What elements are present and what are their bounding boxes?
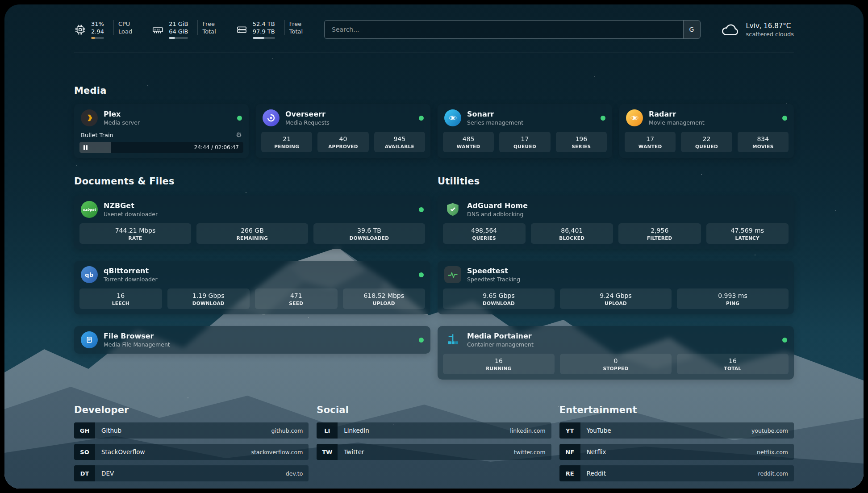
bookmark-reddit[interactable]: RE Reddit reddit.com bbox=[559, 465, 794, 481]
overseerr-app-link[interactable]: Overseerr Media Requests bbox=[256, 104, 430, 132]
cpu-load-value: 2.94 bbox=[91, 28, 104, 35]
bookmark-youtube[interactable]: YT YouTube youtube.com bbox=[559, 422, 794, 439]
app-desc: Usenet downloader bbox=[104, 211, 158, 217]
bookmark-url: github.com bbox=[271, 427, 303, 434]
adguard-app-link[interactable]: AdGuard Home DNS and adblocking bbox=[438, 196, 794, 223]
weather-condition: scattered clouds bbox=[746, 30, 794, 38]
developer-group-title: Developer bbox=[74, 405, 309, 415]
radarr-card: Radarr Movie management 17 WANTED 22 QUE… bbox=[619, 104, 794, 158]
radarr-texts: Radarr Movie management bbox=[649, 110, 705, 126]
disk-total-value: 97.9 TB bbox=[253, 28, 275, 35]
bookmark-group-developer: Developer GH Github github.com SO StackO… bbox=[74, 405, 309, 481]
bookmark-abbr: GH bbox=[74, 422, 95, 439]
portainer-app-link[interactable]: Media Portainer Container management bbox=[438, 326, 794, 354]
qbittorrent-icon: qb bbox=[81, 266, 98, 283]
status-dot-online bbox=[601, 116, 605, 121]
entertainment-group-title: Entertainment bbox=[559, 405, 794, 415]
entertainment-links: YT YouTube youtube.com NF Netflix netfli… bbox=[559, 422, 794, 481]
resource-widgets: 31% 2.94 CPU Load bbox=[74, 20, 303, 39]
filebrowser-card: File Browser Media File Management bbox=[74, 326, 430, 354]
pause-icon[interactable] bbox=[83, 145, 88, 150]
memory-free-value: 21 GiB bbox=[169, 20, 188, 28]
stat-wanted: 17 WANTED bbox=[625, 132, 676, 152]
bookmark-github[interactable]: GH Github github.com bbox=[74, 422, 309, 439]
weather-texts: Lviv, 16.87°C scattered clouds bbox=[746, 21, 794, 38]
stat-value: 2,956 bbox=[620, 227, 699, 234]
stat-rate: 744.21 Mbps RATE bbox=[79, 223, 191, 244]
stat-label: WANTED bbox=[445, 144, 492, 149]
middle-columns: Documents & Files nzbget NZBGet Usenet d… bbox=[74, 176, 794, 380]
bookmark-abbr: LI bbox=[317, 422, 338, 439]
stat-running: 16 RUNNING bbox=[443, 354, 555, 374]
gear-icon[interactable]: ⚙ bbox=[236, 132, 242, 138]
nzbget-app-link[interactable]: nzbget NZBGet Usenet downloader bbox=[74, 196, 430, 223]
stat-label: QUEUED bbox=[683, 144, 730, 149]
overseerr-texts: Overseerr Media Requests bbox=[285, 110, 330, 126]
stat-label: STOPPED bbox=[562, 366, 670, 371]
bookmark-name: DEV bbox=[101, 470, 114, 477]
status-dot-online bbox=[419, 207, 424, 212]
search-input[interactable] bbox=[325, 21, 683, 38]
bookmark-name: Netflix bbox=[587, 448, 606, 455]
sonarr-stats: 485 WANTED 17 QUEUED 196 SERIES bbox=[438, 132, 612, 158]
stat-available: 945 AVAILABLE bbox=[374, 132, 425, 152]
sonarr-app-link[interactable]: Sonarr Series management bbox=[438, 104, 612, 132]
bookmark-url: netflix.com bbox=[757, 449, 788, 455]
plex-app-link[interactable]: Plex Media server bbox=[74, 104, 249, 132]
stat-label: DOWNLOADED bbox=[315, 235, 423, 241]
disk-labels: Free Total bbox=[284, 20, 303, 35]
bookmark-url: stackoverflow.com bbox=[251, 449, 303, 455]
qbittorrent-app-link[interactable]: qb qBittorrent Torrent downloader bbox=[74, 261, 430, 288]
weather-widget: Lviv, 16.87°C scattered clouds bbox=[720, 21, 794, 38]
app-name: Sonarr bbox=[467, 110, 523, 118]
bookmark-linkedin[interactable]: LI LinkedIn linkedin.com bbox=[317, 422, 551, 439]
stat-value: 1.19 Gbps bbox=[169, 292, 248, 299]
stat-value: 16 bbox=[445, 357, 553, 364]
radarr-app-link[interactable]: Radarr Movie management bbox=[619, 104, 794, 132]
speedtest-card: Speedtest Speedtest Tracking 9.65 Gbps D… bbox=[438, 261, 794, 314]
bookmark-url: twitter.com bbox=[514, 449, 546, 455]
weather-location: Lviv, 16.87°C bbox=[746, 21, 794, 30]
adguard-icon bbox=[444, 201, 461, 218]
stat-upload: 9.24 Gbps UPLOAD bbox=[560, 288, 672, 309]
portainer-icon bbox=[444, 331, 461, 348]
stat-remaining: 266 GB REMAINING bbox=[196, 223, 308, 244]
bookmark-dev[interactable]: DT DEV dev.to bbox=[74, 465, 309, 481]
stat-value: 22 bbox=[683, 135, 730, 142]
stat-label: RUNNING bbox=[445, 366, 553, 371]
overseerr-card: Overseerr Media Requests 21 PENDING 40 A… bbox=[256, 104, 430, 158]
stat-label: SEED bbox=[257, 301, 336, 306]
header-divider bbox=[74, 53, 794, 53]
search-provider-button[interactable]: G bbox=[683, 21, 700, 38]
stat-value: 834 bbox=[739, 135, 787, 142]
plex-icon bbox=[81, 109, 98, 126]
overseerr-icon bbox=[263, 109, 280, 126]
bookmark-netflix[interactable]: NF Netflix netflix.com bbox=[559, 444, 794, 460]
stat-label: UPLOAD bbox=[562, 301, 670, 306]
bookmark-name: Github bbox=[101, 427, 121, 434]
memory-widget: 21 GiB 64 GiB Free Total bbox=[152, 20, 216, 39]
bookmark-stackoverflow[interactable]: SO StackOverflow stackoverflow.com bbox=[74, 444, 309, 460]
app-name: File Browser bbox=[104, 332, 170, 340]
bookmark-twitter[interactable]: TW Twitter twitter.com bbox=[317, 444, 551, 460]
memory-values: 21 GiB 64 GiB bbox=[169, 20, 188, 39]
stat-downloaded: 39.6 TB DOWNLOADED bbox=[313, 223, 425, 244]
filebrowser-app-link[interactable]: File Browser Media File Management bbox=[74, 326, 430, 354]
adguard-stats: 498,564 QUERIES 86,401 BLOCKED 2,956 FIL… bbox=[438, 223, 794, 249]
app-desc: Media server bbox=[104, 119, 140, 126]
bookmark-abbr: DT bbox=[74, 465, 95, 481]
cpu-labels: CPU Load bbox=[113, 20, 132, 35]
memory-usage-bar bbox=[169, 37, 188, 39]
app-desc: Media Requests bbox=[285, 119, 330, 126]
plex-card: Plex Media server Bullet Train ⚙ 24:44 /… bbox=[74, 104, 249, 158]
disk-label-bottom: Total bbox=[289, 28, 303, 35]
speedtest-app-link[interactable]: Speedtest Speedtest Tracking bbox=[438, 261, 794, 288]
stat-wanted: 485 WANTED bbox=[443, 132, 494, 152]
stat-label: APPROVED bbox=[319, 144, 367, 149]
adguard-texts: AdGuard Home DNS and adblocking bbox=[467, 201, 528, 217]
disk-values: 52.4 TB 97.9 TB bbox=[253, 20, 275, 39]
stat-seed: 471 SEED bbox=[255, 288, 338, 309]
app-name: NZBGet bbox=[104, 201, 158, 210]
status-dot-online bbox=[419, 116, 424, 121]
social-group-title: Social bbox=[317, 405, 551, 415]
